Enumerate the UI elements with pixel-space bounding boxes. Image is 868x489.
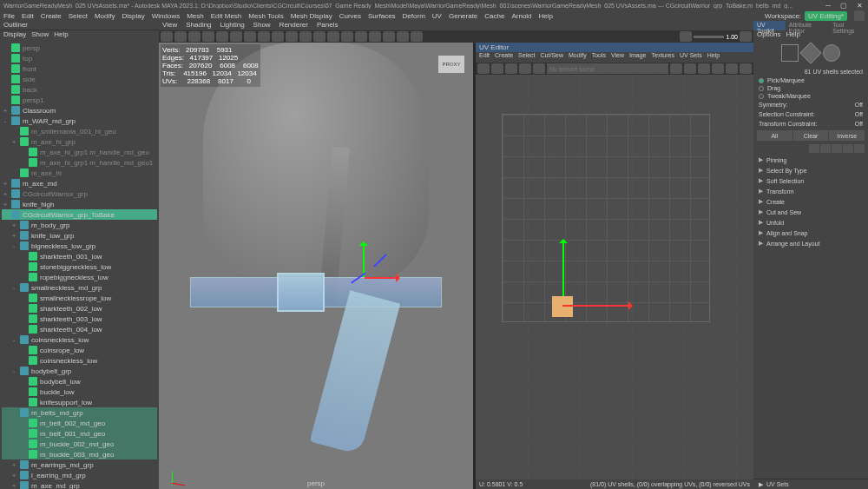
convert-vertex-icon[interactable] xyxy=(809,144,819,153)
xray-joints-icon[interactable] xyxy=(355,31,367,42)
outliner-item[interactable]: top xyxy=(2,53,157,63)
maximize-button[interactable]: ▢ xyxy=(838,1,849,10)
dof-icon[interactable] xyxy=(411,31,423,42)
uv-menu-select[interactable]: Select xyxy=(518,52,535,63)
outliner-item[interactable]: buckle_low xyxy=(2,387,157,397)
convert-shell-icon[interactable] xyxy=(854,144,865,153)
vp-menu-lighting[interactable]: Lighting xyxy=(220,21,245,30)
menu-mesh-display[interactable]: Mesh Display xyxy=(291,12,332,20)
shaded-icon[interactable] xyxy=(272,31,284,42)
menu-deform[interactable]: Deform xyxy=(403,12,425,20)
outliner-item[interactable]: m_axe_hi xyxy=(2,168,157,178)
viewport-toolbar[interactable]: 1.00 xyxy=(159,30,753,43)
uv-move-gizmo-x[interactable] xyxy=(562,305,632,307)
menu-select[interactable]: Select xyxy=(69,12,88,20)
symmetry-value[interactable]: Off xyxy=(855,102,863,108)
motion-blur-icon[interactable] xyxy=(383,31,395,42)
close-button[interactable]: ✕ xyxy=(854,1,865,10)
toolkit-menu-options[interactable]: Options xyxy=(757,30,781,41)
select-mode-pick-marquee[interactable]: Pick/Marquee xyxy=(753,76,868,84)
outliner-menu-help[interactable]: Help xyxy=(54,30,68,41)
outliner-item[interactable]: +l_earring_md_grp xyxy=(2,470,157,480)
menu-modify[interactable]: Modify xyxy=(95,12,115,20)
vp-menu-renderer[interactable]: Renderer xyxy=(279,21,308,30)
outliner-item[interactable]: ropebiggneckless_low xyxy=(2,272,157,282)
uv-menu-textures[interactable]: Textures xyxy=(652,52,674,63)
outliner-item[interactable]: -coinsneckless_low xyxy=(2,334,157,345)
uv-wireframe-icon[interactable] xyxy=(740,63,752,74)
outliner-item[interactable]: +m_body_grp xyxy=(2,220,157,230)
menu-uv[interactable]: UV xyxy=(432,12,442,20)
menu-windows[interactable]: Windows xyxy=(152,12,180,20)
outliner-item[interactable]: +knife_high xyxy=(2,199,157,209)
grid-icon[interactable] xyxy=(202,31,214,42)
menu-edit[interactable]: Edit xyxy=(22,12,34,20)
uv-dim-icon[interactable] xyxy=(491,63,503,74)
section-unfold[interactable]: Unfold xyxy=(753,217,868,228)
menu-edit-mesh[interactable]: Edit Mesh xyxy=(211,12,242,20)
menu-curves[interactable]: Curves xyxy=(339,12,361,20)
convert-uv-icon[interactable] xyxy=(843,144,853,153)
uv-toolbar[interactable] xyxy=(476,63,753,75)
uv-menu-tools[interactable]: Tools xyxy=(592,52,606,63)
vp-menu-panels[interactable]: Panels xyxy=(317,21,338,30)
outliner-item[interactable]: +m_earrings_md_grp xyxy=(2,459,157,470)
outliner-item[interactable]: -bigneckless_low_grp xyxy=(2,241,157,251)
outliner-tree[interactable]: persptopfrontsidebackpersp1+Classroom-m_… xyxy=(0,41,159,489)
tab-tool-settings[interactable]: Tool Settings xyxy=(829,21,868,30)
section-select-by-type[interactable]: Select By Type xyxy=(753,165,868,175)
menu-create[interactable]: Create xyxy=(41,12,62,20)
menu-mesh[interactable]: Mesh xyxy=(187,12,204,20)
image-plane-icon[interactable] xyxy=(188,31,201,42)
outliner-item[interactable]: sharkteeth_002_low xyxy=(2,303,157,314)
outliner-item[interactable]: m_belt_001_md_geo xyxy=(2,428,157,439)
menu-cache[interactable]: Cache xyxy=(484,12,504,20)
resolution-gate-icon[interactable] xyxy=(230,31,242,42)
uv-menu-view[interactable]: View xyxy=(611,52,624,63)
textured-icon[interactable] xyxy=(286,31,298,42)
outliner-item[interactable]: bodybelt_low xyxy=(2,376,157,387)
menu-generate[interactable]: Generate xyxy=(449,12,477,20)
outliner-item[interactable]: +m_axe_hi_grp xyxy=(2,136,157,147)
move-gizmo-x[interactable] xyxy=(365,277,399,279)
exposure-icon[interactable] xyxy=(680,31,692,42)
minimize-button[interactable]: ─ xyxy=(823,1,833,10)
uv-menu-create[interactable]: Create xyxy=(495,52,513,63)
outliner-item[interactable]: +Classroom xyxy=(2,105,157,116)
outliner-menu-display[interactable]: Display xyxy=(3,30,26,41)
cube-icon[interactable] xyxy=(799,42,821,63)
outliner-item[interactable]: -CGcircuitWarrior_grp_ToBake xyxy=(2,209,157,220)
uv-distortion-icon[interactable] xyxy=(712,63,724,74)
section-arrange-and-layout[interactable]: Arrange and Layout xyxy=(753,238,868,248)
uv-menu-cut-sew[interactable]: Cut/Sew xyxy=(541,52,563,63)
section-create[interactable]: Create xyxy=(753,196,868,207)
uv-move-gizmo-y[interactable] xyxy=(562,240,564,296)
sphere-icon[interactable] xyxy=(823,44,840,62)
menu-arnold[interactable]: Arnold xyxy=(511,12,531,20)
outliner-item[interactable]: knifesupport_low xyxy=(2,397,157,407)
uvsets-label[interactable]: UV Sets xyxy=(766,481,789,487)
outliner-item[interactable]: stonebiggneckless_low xyxy=(2,261,157,272)
outliner-item[interactable]: +m_axe_md xyxy=(2,178,157,188)
uv-menu-uv-sets[interactable]: UV Sets xyxy=(680,52,702,63)
all-button[interactable]: All xyxy=(757,130,792,141)
outliner-item[interactable]: coinsrope_low xyxy=(2,345,157,355)
toolkit-menu-help[interactable]: Help xyxy=(786,30,800,41)
outliner-item[interactable]: front xyxy=(2,63,157,74)
outliner-item[interactable]: side xyxy=(2,74,157,84)
selection-constraint-row[interactable]: Selection Constraint: Off xyxy=(753,109,868,119)
outliner-item[interactable]: -bodybelt_grp xyxy=(2,366,157,376)
section-soft-selection[interactable]: Soft Selection xyxy=(753,175,868,186)
outliner-item[interactable]: m_axe_hi_grp1 m_handle_md_geo1 xyxy=(2,157,157,168)
workspace-dropdown[interactable]: UV Editing* xyxy=(805,11,847,21)
film-gate-icon[interactable] xyxy=(216,31,228,42)
bookmark-icon[interactable] xyxy=(174,31,187,42)
uv-checker-icon[interactable] xyxy=(533,63,545,74)
tab-uv-toolkit[interactable]: UV Toolkit xyxy=(753,21,786,30)
uv-menu-help[interactable]: Help xyxy=(707,52,720,63)
planar-icon[interactable] xyxy=(781,44,799,62)
outliner-item[interactable]: persp1 xyxy=(2,95,157,105)
convert-edge-icon[interactable] xyxy=(820,144,831,153)
shadows-icon[interactable] xyxy=(313,31,326,42)
sidebar-toggle-icon[interactable] xyxy=(854,10,865,21)
